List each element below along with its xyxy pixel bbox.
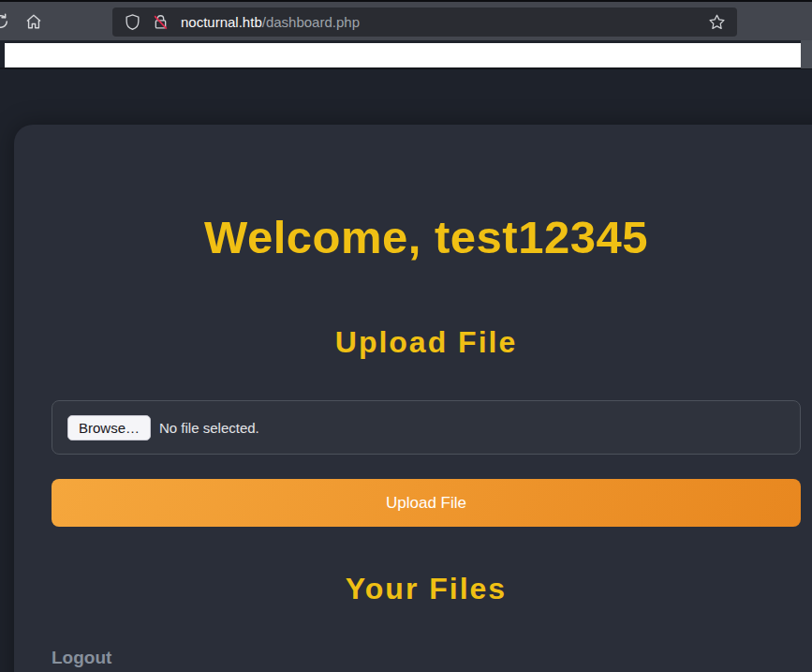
file-input[interactable]: Browse… No file selected. [52, 400, 801, 455]
reload-icon[interactable] [0, 12, 10, 31]
upload-file-button[interactable]: Upload File [52, 479, 801, 527]
url-host: nocturnal.htb [181, 14, 262, 30]
scrollbar-thumb[interactable] [801, 40, 812, 68]
browse-button[interactable]: Browse… [67, 415, 151, 441]
your-files-heading: Your Files [52, 572, 801, 606]
file-status-text: No file selected. [159, 420, 259, 436]
url-path: /dashboard.php [262, 14, 360, 30]
insecure-lock-icon[interactable] [152, 13, 170, 31]
bookmark-star-icon[interactable] [708, 13, 726, 31]
upload-file-heading: Upload File [52, 325, 801, 360]
welcome-heading: Welcome, test12345 [52, 211, 801, 263]
page-viewport: Welcome, test12345 Upload File Browse… N… [0, 40, 812, 672]
browser-toolbar: nocturnal.htb/dashboard.php [0, 0, 812, 40]
logout-link[interactable]: Logout [52, 648, 111, 668]
chrome-content-divider [0, 67, 812, 69]
url-bar[interactable]: nocturnal.htb/dashboard.php [112, 7, 737, 37]
dashboard-card: Welcome, test12345 Upload File Browse… N… [14, 125, 812, 672]
white-bar [5, 43, 801, 67]
home-icon[interactable] [24, 12, 43, 31]
shield-icon[interactable] [124, 13, 141, 31]
url-text: nocturnal.htb/dashboard.php [181, 14, 360, 30]
